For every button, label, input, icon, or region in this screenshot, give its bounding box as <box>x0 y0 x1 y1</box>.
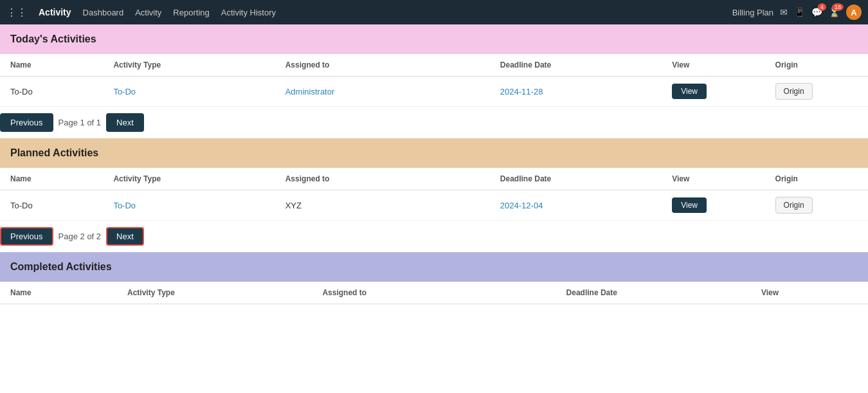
completed-section: Completed Activities Name Activity Type … <box>0 252 868 304</box>
table-row: To-Do To-Do Administrator 2024-11-28 Vie… <box>0 77 868 107</box>
table-row: To-Do To-Do XYZ 2024-12-04 View Origin <box>0 190 868 221</box>
clock-icon[interactable]: ⏳ 18 <box>829 7 840 17</box>
completed-col-assigned: Assigned to <box>312 282 556 304</box>
planned-col-type: Activity Type <box>103 168 275 190</box>
planned-row-view-cell: View <box>662 190 764 221</box>
planned-pagination: Previous Page 2 of 2 Next <box>0 221 868 252</box>
whatsapp-icon[interactable]: 📱 <box>794 7 805 17</box>
planned-col-name: Name <box>0 168 103 190</box>
today-col-type: Activity Type <box>103 54 275 77</box>
today-row-name: To-Do <box>0 77 103 107</box>
today-page-info: Page 1 of 1 <box>59 118 102 127</box>
planned-row-origin-cell: Origin <box>765 190 868 221</box>
avatar[interactable]: A <box>846 5 862 20</box>
today-origin-button[interactable]: Origin <box>775 83 813 100</box>
email-icon[interactable]: ✉ <box>780 7 788 17</box>
completed-col-name: Name <box>0 282 117 304</box>
main-content: Today's Activities Name Activity Type As… <box>0 24 868 304</box>
planned-next-button[interactable]: Next <box>106 227 144 246</box>
chat-badge: 4 <box>818 3 826 11</box>
today-col-view: View <box>662 54 764 77</box>
planned-section-header: Planned Activities <box>0 138 868 168</box>
today-row-assigned[interactable]: Administrator <box>275 77 490 107</box>
completed-col-deadline: Deadline Date <box>556 282 751 304</box>
chat-icon[interactable]: 💬 4 <box>811 7 822 17</box>
planned-page-info: Page 2 of 2 <box>59 232 102 241</box>
completed-section-header: Completed Activities <box>0 252 868 282</box>
planned-view-button[interactable]: View <box>672 197 707 213</box>
planned-row-assigned: XYZ <box>275 190 490 221</box>
planned-col-origin: Origin <box>765 168 868 190</box>
planned-table: Name Activity Type Assigned to Deadline … <box>0 168 868 221</box>
completed-col-view: View <box>751 282 868 304</box>
today-table: Name Activity Type Assigned to Deadline … <box>0 54 868 107</box>
activity-history-link[interactable]: Activity History <box>221 8 276 17</box>
today-prev-button[interactable]: Previous <box>0 113 53 132</box>
today-row-deadline: 2024-11-28 <box>490 77 662 107</box>
today-pagination: Previous Page 1 of 1 Next <box>0 107 868 138</box>
planned-section: Planned Activities Name Activity Type As… <box>0 138 868 252</box>
planned-col-assigned: Assigned to <box>275 168 490 190</box>
activity-link[interactable]: Activity <box>135 8 161 17</box>
today-row-origin-cell: Origin <box>765 77 868 107</box>
today-col-deadline: Deadline Date <box>490 54 662 77</box>
navbar-right: Billing Plan ✉ 📱 💬 4 ⏳ 18 A <box>732 5 862 20</box>
navbar-brand: Activity <box>39 7 71 17</box>
planned-origin-button[interactable]: Origin <box>775 197 813 214</box>
navbar-links: Dashboard Activity Reporting Activity Hi… <box>83 8 721 17</box>
completed-col-type: Activity Type <box>117 282 312 304</box>
clock-badge: 18 <box>832 3 844 11</box>
planned-prev-button[interactable]: Previous <box>0 227 53 246</box>
today-row-view-cell: View <box>662 77 764 107</box>
planned-row-type[interactable]: To-Do <box>103 190 275 221</box>
reporting-link[interactable]: Reporting <box>173 8 209 17</box>
today-col-assigned: Assigned to <box>275 54 490 77</box>
planned-col-view: View <box>662 168 764 190</box>
today-next-button[interactable]: Next <box>106 113 144 132</box>
planned-row-name: To-Do <box>0 190 103 221</box>
planned-row-deadline: 2024-12-04 <box>490 190 662 221</box>
today-col-origin: Origin <box>765 54 868 77</box>
navbar: ⋮⋮ Activity Dashboard Activity Reporting… <box>0 0 868 24</box>
today-section: Today's Activities Name Activity Type As… <box>0 24 868 138</box>
completed-table: Name Activity Type Assigned to Deadline … <box>0 282 868 304</box>
billing-plan-label: Billing Plan <box>732 8 773 17</box>
dashboard-link[interactable]: Dashboard <box>83 8 124 17</box>
grid-icon[interactable]: ⋮⋮ <box>6 6 27 19</box>
planned-col-deadline: Deadline Date <box>490 168 662 190</box>
today-col-name: Name <box>0 54 103 77</box>
today-row-type[interactable]: To-Do <box>103 77 275 107</box>
today-view-button[interactable]: View <box>672 84 707 99</box>
today-section-header: Today's Activities <box>0 24 868 54</box>
